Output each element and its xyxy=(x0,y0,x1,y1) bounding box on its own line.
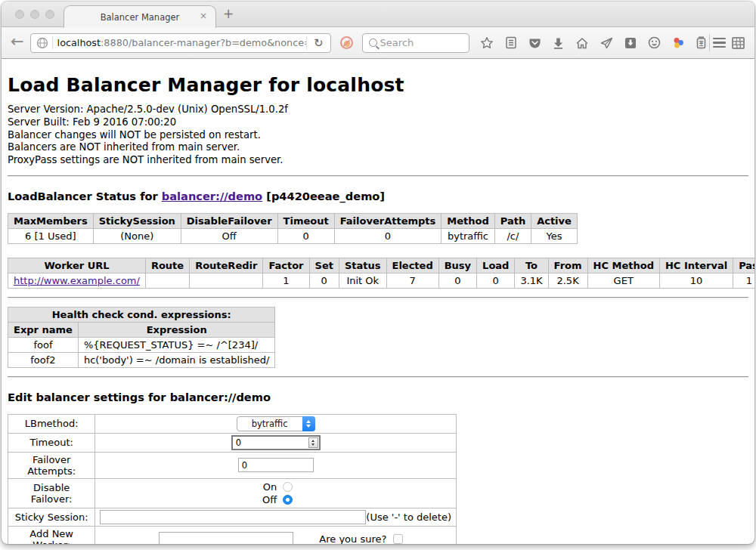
persist-note: Balancer changes will NOT be persisted o… xyxy=(8,129,748,142)
failover-on-radio[interactable] xyxy=(283,482,293,492)
worker-url-link[interactable]: http://www.example.com/ xyxy=(14,275,140,286)
cell: 0 xyxy=(309,273,339,288)
col-routeredir: RouteRedir xyxy=(190,258,263,273)
col-set: Set xyxy=(309,258,339,273)
balancer-settings-form: LBmethod: bytraffic Timeout: xyxy=(8,414,457,544)
cell: foof xyxy=(8,337,79,352)
status-heading-prefix: LoadBalancer Status for xyxy=(8,190,162,202)
col-hc-interval: HC Interval xyxy=(659,258,733,273)
reload-icon[interactable]: ↻ xyxy=(306,36,330,50)
colors-icon[interactable] xyxy=(672,36,685,49)
cell: foof2 xyxy=(8,352,79,367)
traffic-lights xyxy=(15,10,54,19)
col-busy: Busy xyxy=(438,258,476,273)
browser-window: Balancer Manager × + ← localhost:8880/ba… xyxy=(2,2,754,544)
col-active: Active xyxy=(531,213,578,228)
server-built: Server Built: Feb 9 2016 07:00:20 xyxy=(8,116,748,129)
col-failoverattempts: FailoverAttempts xyxy=(334,213,442,228)
col-elected: Elected xyxy=(386,258,438,273)
cell: 0 xyxy=(334,228,442,243)
cell: hc('body') =~ /domain is established/ xyxy=(78,352,275,367)
send-plane-icon[interactable] xyxy=(600,37,613,49)
search-placeholder: Search xyxy=(380,37,414,48)
add-worker-input[interactable] xyxy=(159,532,293,544)
col-stickysession: StickySession xyxy=(93,213,181,228)
number-stepper-icon[interactable] xyxy=(308,437,318,448)
cell: 2.5K xyxy=(548,273,587,288)
col-method: Method xyxy=(442,213,494,228)
home-icon[interactable] xyxy=(575,37,589,49)
search-bar[interactable]: Search xyxy=(362,33,469,53)
minimize-window-button[interactable] xyxy=(30,10,39,19)
status-heading: LoadBalancer Status for balancer://demo … xyxy=(8,190,748,202)
menu-icon[interactable] xyxy=(713,38,726,48)
spacer xyxy=(728,34,729,51)
zoom-window-button[interactable] xyxy=(45,10,54,19)
are-you-sure-label: Are you sure? xyxy=(319,533,386,544)
timeout-value[interactable] xyxy=(233,437,296,448)
add-worker-label: Add New Worker: xyxy=(8,526,95,544)
lbmethod-select[interactable]: bytraffic xyxy=(237,416,315,431)
cell: 6 [1 Used] xyxy=(8,228,94,243)
health-row: foof2 hc('body') =~ /domain is establish… xyxy=(8,352,275,367)
col-path: Path xyxy=(494,213,531,228)
url-text[interactable]: localhost:8880/balancer-manager?b=demo&n… xyxy=(53,37,306,48)
cell xyxy=(190,273,263,288)
url-path: :8880/balancer-manager?b=demo&nonce=decc… xyxy=(101,37,306,48)
col-disablefailover: DisableFailover xyxy=(181,213,277,228)
chevron-down-icon[interactable]: ▾ xyxy=(700,39,704,47)
col-status: Status xyxy=(339,258,386,273)
col-expression: Expression xyxy=(78,322,275,337)
server-version: Server Version: Apache/2.5.0-dev (Unix) … xyxy=(8,104,748,116)
failover-off-radio[interactable] xyxy=(283,495,293,505)
cell: bytraffic xyxy=(442,228,494,243)
feedback-smiley-icon[interactable] xyxy=(648,36,661,49)
worker-table: Worker URL Route RouteRedir Factor Set S… xyxy=(8,258,754,289)
divider xyxy=(8,376,748,378)
url-bar[interactable]: localhost:8880/balancer-manager?b=demo&n… xyxy=(30,33,331,53)
failover-attempts-label: Failover Attempts: xyxy=(8,452,95,478)
cell: 1 xyxy=(263,273,309,288)
col-to: To xyxy=(515,258,548,273)
content-blocker-icon[interactable] xyxy=(340,36,353,49)
lbmethod-label: LBmethod: xyxy=(8,414,95,433)
tab-close-icon[interactable]: × xyxy=(200,11,207,20)
tiles-icon[interactable] xyxy=(731,36,745,50)
radio-on-label: On xyxy=(259,481,277,493)
disable-failover-label: Disable Failover: xyxy=(8,478,95,508)
reading-list-icon[interactable] xyxy=(505,36,517,49)
downloads-icon[interactable] xyxy=(553,37,564,49)
sticky-session-input[interactable] xyxy=(100,510,366,524)
close-window-button[interactable] xyxy=(15,10,24,19)
cell: Init Ok xyxy=(339,273,386,288)
cell: 3.1K xyxy=(515,273,548,288)
cell: /c/ xyxy=(494,228,531,243)
cell: 7 xyxy=(386,273,438,288)
edit-settings-heading: Edit balancer settings for balancer://de… xyxy=(8,391,748,403)
cell: 1 (0) xyxy=(733,273,754,288)
cell: GET xyxy=(587,273,659,288)
cell: 0 xyxy=(277,228,334,243)
toolbar-separator xyxy=(709,34,710,51)
balancer-status-table: MaxMembers StickySession DisableFailover… xyxy=(8,213,578,244)
are-you-sure-checkbox[interactable] xyxy=(393,534,403,544)
col-timeout: Timeout xyxy=(277,213,334,228)
cell: 0 xyxy=(438,273,476,288)
tab-balancer-manager[interactable]: Balancer Manager × xyxy=(64,5,216,28)
page-content: Load Balancer Manager for localhost Serv… xyxy=(2,74,754,544)
failover-attempts-input[interactable] xyxy=(238,458,314,472)
site-identity-globe-icon xyxy=(36,37,48,49)
new-tab-button[interactable]: + xyxy=(223,6,234,21)
col-route: Route xyxy=(145,258,189,273)
health-table-title: Health check cond. expressions: xyxy=(8,307,275,322)
radio-off-label: Off xyxy=(259,494,277,505)
toolbar-icons xyxy=(480,36,706,50)
timeout-input[interactable] xyxy=(231,435,321,450)
cell xyxy=(145,273,189,288)
pocket-icon[interactable] xyxy=(528,37,541,49)
balancer-link[interactable]: balancer://demo xyxy=(162,190,262,202)
back-button[interactable]: ← xyxy=(11,34,24,50)
extension-download-icon[interactable] xyxy=(624,37,637,49)
search-icon xyxy=(369,39,377,47)
bookmark-star-icon[interactable] xyxy=(480,36,494,50)
